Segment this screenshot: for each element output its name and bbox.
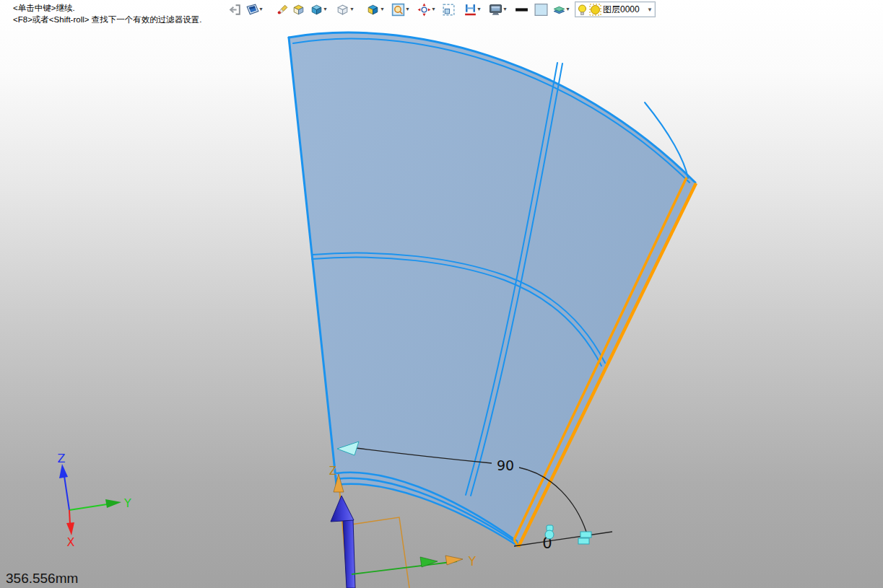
datum-display-icon[interactable] (463, 2, 478, 17)
green-arrowhead (420, 557, 438, 567)
triad-y-label: Y (123, 496, 131, 510)
section-view-dropdown-caret[interactable]: ▼ (380, 6, 386, 12)
triad-z-label: Z (58, 452, 66, 465)
measurement-readout: 356.556mm (6, 571, 78, 587)
triad-x-label: X (67, 535, 75, 549)
zoom-region-dropdown-caret[interactable]: ▼ (405, 6, 411, 12)
angle-value[interactable]: 90 (497, 457, 514, 473)
orientation-triad: Z Y X (58, 452, 132, 549)
eraser-icon[interactable] (275, 2, 290, 17)
refit-icon[interactable] (441, 2, 456, 17)
wireframe-view-dropdown-caret[interactable]: ▼ (349, 6, 355, 12)
drag-handle-square-2[interactable] (578, 538, 589, 544)
named-views-icon[interactable] (291, 2, 306, 17)
sketch-plane-outline[interactable] (347, 517, 409, 588)
wireframe-view-icon[interactable] (335, 2, 350, 17)
orange-arrowhead (445, 556, 463, 565)
section-view-icon[interactable] (365, 2, 380, 17)
drag-handle-ball[interactable] (545, 530, 554, 539)
sketch-z-label: Z (329, 465, 336, 478)
line-style-icon[interactable] (514, 2, 529, 17)
sketch-y-axis: Y (352, 554, 477, 574)
status-message-line2: <F8>或者<Shift-roll> 查找下一个有效的过滤器设置. (13, 14, 201, 25)
reorient-dropdown-caret[interactable]: ▼ (431, 6, 437, 12)
bulb-icon (577, 4, 588, 16)
layer-status-icon (589, 4, 601, 16)
drag-handle-square-1[interactable] (580, 532, 591, 537)
reorient-icon[interactable] (417, 2, 432, 17)
status-message-line1: <单击中键>继续. (13, 3, 75, 14)
display-settings-icon[interactable] (488, 2, 503, 17)
shaded-view-dropdown-caret[interactable]: ▼ (323, 6, 329, 12)
color-swatch-icon[interactable] (534, 2, 549, 17)
view-manager-dropdown-caret[interactable]: ▼ (258, 6, 264, 12)
shaded-view-icon[interactable] (309, 2, 324, 17)
layer-selector[interactable]: 图层0000 ▼ (575, 1, 656, 17)
layers-dropdown-caret[interactable]: ▼ (565, 6, 571, 12)
sketch-y-label: Y (468, 554, 477, 569)
triad-y-arrowhead (105, 499, 121, 508)
triad-x-arrowhead (66, 522, 74, 535)
layer-selector-value: 图层0000 (603, 4, 645, 16)
triad-z-arrowhead (59, 464, 68, 478)
layer-selector-dropdown-caret[interactable]: ▼ (647, 6, 653, 13)
view-manager-icon[interactable] (245, 2, 260, 17)
display-settings-dropdown-caret[interactable]: ▼ (503, 6, 508, 12)
layers-icon[interactable] (552, 2, 567, 17)
zoom-region-icon[interactable] (391, 2, 406, 17)
exit-icon[interactable] (227, 2, 243, 17)
3d-viewport[interactable]: Z Y 90 0 Z Y X (0, 0, 883, 588)
datum-display-dropdown-caret[interactable]: ▼ (477, 6, 482, 12)
direction-arrow[interactable] (331, 496, 355, 588)
